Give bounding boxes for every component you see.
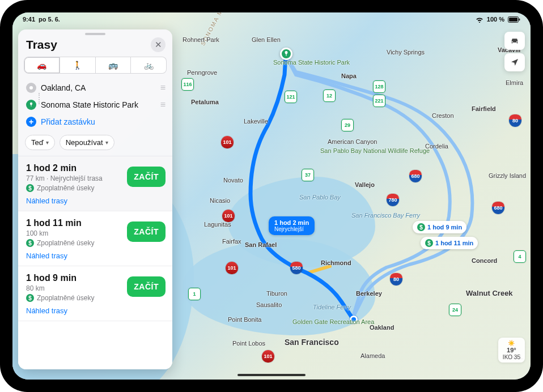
label-penngrove: Penngrove <box>187 69 217 76</box>
label-san-rafael: San Rafael <box>245 241 277 248</box>
avoid-label: Nepoužívat <box>66 138 103 147</box>
battery-text: 100 % <box>487 16 504 23</box>
label-glen-ellen: Glen Ellen <box>252 36 281 43</box>
reorder-handle-icon[interactable]: ≡ <box>160 83 166 93</box>
hwy-780: 780 <box>387 194 399 206</box>
go-button[interactable]: ZAČÍT <box>127 221 166 242</box>
hwy-1: 1 <box>188 288 201 300</box>
label-san-pablo-bay: San Pablo Bay <box>299 194 339 201</box>
hwy-101: 101 <box>221 136 234 148</box>
route-badge-primary-note: Nejrychlejší <box>274 226 304 232</box>
svg-rect-1 <box>509 18 517 22</box>
map-locate-button[interactable] <box>504 53 525 71</box>
map-mode-button[interactable] <box>504 32 525 50</box>
route-badge-alt1-text: 1 hod 9 min <box>427 224 462 231</box>
hwy-680: 680 <box>492 202 504 214</box>
origin-label: Oakland, CA <box>41 83 156 92</box>
mode-walk[interactable]: 🚶 <box>60 57 96 74</box>
battery-icon <box>508 16 520 23</box>
device-frame: 9:41 po 5. 6. 100 % <box>0 0 543 392</box>
label-walnut-creek: Walnut Creek <box>466 289 513 297</box>
hwy-29: 29 <box>341 119 354 131</box>
toll-icon: $ <box>26 239 34 247</box>
chevron-down-icon: ▾ <box>46 139 49 146</box>
route-distance: 100 km <box>26 229 48 237</box>
bus-icon: 🚌 <box>108 61 118 70</box>
label-nicasio: Nicasio <box>210 197 230 204</box>
mode-transit[interactable]: 🚌 <box>96 57 131 74</box>
home-indicator[interactable] <box>237 374 306 376</box>
label-richmond: Richmond <box>321 259 351 266</box>
route-badge-primary[interactable]: 1 hod 2 min Nejrychlejší <box>269 216 315 235</box>
label-tideline-ferry: Tideline Ferry <box>313 304 351 310</box>
go-button[interactable]: ZAČÍT <box>127 276 166 297</box>
route-badge-alt-2[interactable]: $ 1 hod 11 min <box>421 237 478 249</box>
mode-cycle[interactable]: 🚲 <box>131 57 167 74</box>
hwy-101: 101 <box>222 210 235 222</box>
route-card-1[interactable]: 1 hod 11 min 100 km $Zpoplatněné úseky N… <box>18 211 172 266</box>
route-preview-link[interactable]: Náhled trasy <box>26 306 164 315</box>
weather-temp: 19° <box>507 347 516 353</box>
label-tiburon: Tiburon <box>266 290 287 297</box>
label-sausalito: Sausalito <box>256 301 282 308</box>
toll-icon: $ <box>417 223 425 231</box>
label-lakeville: Lakeville <box>244 118 268 125</box>
label-rohnert-park: Rohnert Park <box>183 36 219 43</box>
label-novato: Novato <box>223 177 243 184</box>
hwy-580: 580 <box>290 262 303 274</box>
route-toll: Zpoplatněné úseky <box>37 184 94 192</box>
add-stop-row[interactable]: + Přidat zastávku <box>26 113 166 130</box>
label-grizzly-island: Grizzly Island <box>489 172 526 179</box>
route-toll: Zpoplatněné úseky <box>37 294 94 302</box>
stop-origin-row[interactable]: Oakland, CA ≡ <box>26 79 166 96</box>
avoid-pill[interactable]: Nepoužívat ▾ <box>60 135 114 150</box>
reorder-handle-icon[interactable]: ≡ <box>160 100 166 110</box>
transport-mode-segmented: 🚗 🚶 🚌 🚲 <box>18 57 172 78</box>
label-fairfax: Fairfax <box>222 238 241 245</box>
label-vichy-springs: Vichy Springs <box>387 49 425 56</box>
walk-icon: 🚶 <box>73 61 82 70</box>
svg-rect-2 <box>519 18 520 20</box>
label-fairfield: Fairfield <box>472 105 496 112</box>
label-concord: Concord <box>472 257 497 264</box>
label-san-francisco: San Francisco <box>285 338 339 347</box>
route-badge-primary-time: 1 hod 2 min <box>274 219 309 226</box>
toll-icon: $ <box>26 184 34 192</box>
route-card-2[interactable]: 1 hod 9 min 80 km $Zpoplatněné úseky Náh… <box>18 266 172 321</box>
toll-icon: $ <box>425 239 433 247</box>
mode-drive[interactable]: 🚗 <box>24 57 60 74</box>
hwy-24: 24 <box>449 304 461 316</box>
close-button[interactable]: ✕ <box>151 37 166 52</box>
hwy-4: 4 <box>514 250 526 263</box>
label-sf-bay-ferry: San Francisco Bay Ferry <box>351 212 420 219</box>
label-petaluma: Petaluma <box>191 99 219 105</box>
label-creston: Creston <box>432 112 454 119</box>
route-badge-alt2-text: 1 hod 11 min <box>435 240 473 246</box>
route-results-list[interactable]: 1 hod 2 min 77 km · Nejrychlejší trasa $… <box>18 156 172 369</box>
close-icon: ✕ <box>155 40 162 50</box>
depart-time-pill[interactable]: Teď ▾ <box>25 135 55 150</box>
wifi-icon <box>476 16 483 23</box>
route-preview-link[interactable]: Náhled trasy <box>26 197 164 205</box>
label-point-bonita: Point Bonita <box>228 316 261 323</box>
hwy-221: 221 <box>373 95 385 107</box>
status-time: 9:41 <box>23 16 35 23</box>
hwy-101: 101 <box>262 350 274 363</box>
route-badge-alt-1[interactable]: $ 1 hod 9 min <box>413 221 466 233</box>
label-napa: Napa <box>341 73 357 79</box>
stop-destination-row[interactable]: Sonoma State Historic Park ≡ <box>26 96 166 113</box>
label-point-lobos: Point Lobos <box>232 340 265 347</box>
destination-pin[interactable] <box>280 48 292 60</box>
add-stop-label: Přidat zastávku <box>41 117 166 126</box>
hwy-37: 37 <box>302 169 314 181</box>
route-distance: 77 km <box>26 174 45 182</box>
label-golden-gate: Golden Gate Recreation Area <box>292 318 343 325</box>
route-options-row: Teď ▾ Nepoužívat ▾ <box>18 134 172 156</box>
label-elmira: Elmira <box>506 79 523 86</box>
go-button[interactable]: ZAČÍT <box>127 167 166 187</box>
origin-dot-icon <box>26 83 36 93</box>
route-preview-link[interactable]: Náhled trasy <box>26 252 164 260</box>
weather-chip[interactable]: ☀️ 19° IKO 35 <box>498 338 525 363</box>
panel-grabber[interactable] <box>85 33 105 35</box>
route-card-0[interactable]: 1 hod 2 min 77 km · Nejrychlejší trasa $… <box>18 156 172 211</box>
